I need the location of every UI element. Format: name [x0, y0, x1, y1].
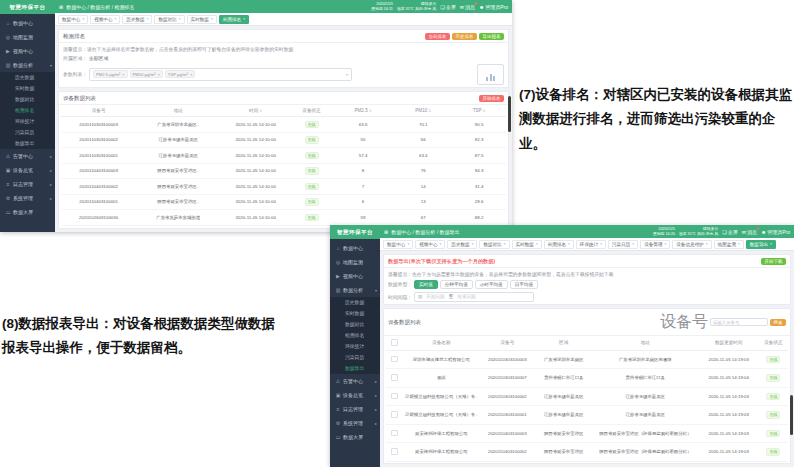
- sidebar-subitem[interactable]: 数据对比: [0, 94, 55, 105]
- 历史排名-button[interactable]: 历史排名: [452, 33, 477, 40]
- user-menu[interactable]: 管理员Pro: [479, 4, 508, 10]
- table-cell: 63.4: [394, 148, 452, 164]
- table-cell: 在线: [291, 117, 332, 133]
- start-date-placeholder: 开始日期: [426, 294, 444, 299]
- tab[interactable]: 污染日历: [608, 240, 638, 249]
- row-checkbox[interactable]: [391, 411, 398, 418]
- messages-control[interactable]: 消息: [460, 4, 475, 10]
- data-type-chip[interactable]: 分钟平均值: [440, 280, 473, 289]
- chart-view-button[interactable]: [477, 64, 504, 85]
- sidebar-item[interactable]: ▣设备总览▸: [0, 163, 55, 177]
- sidebar-subitem[interactable]: 数据对比: [330, 319, 380, 330]
- select-all-checkbox[interactable]: [391, 339, 398, 346]
- sidebar-item[interactable]: ⌂数据中心: [0, 16, 55, 30]
- sidebar-item[interactable]: ⚙系统管理▸: [330, 416, 380, 430]
- start-download-button[interactable]: 开始下载: [761, 258, 786, 265]
- row-checkbox[interactable]: [391, 374, 398, 381]
- column-header[interactable]: PM10: [394, 105, 452, 117]
- fullscreen-control[interactable]: 全屏: [722, 229, 737, 235]
- column-header[interactable]: PM2.5: [332, 105, 394, 117]
- row-checkbox[interactable]: [391, 356, 398, 363]
- tab-bar: 数据中心视频中心历史数据数据对比实时数据检测排名环保统计污染日历设备管理设备信息…: [380, 238, 794, 251]
- tab[interactable]: 数据对比: [479, 240, 509, 249]
- tab[interactable]: 视频中心: [415, 240, 445, 249]
- tab[interactable]: 检测排名: [544, 240, 574, 249]
- sidebar-subitem[interactable]: 实时数据: [0, 83, 55, 94]
- tab[interactable]: 数据中心: [58, 15, 88, 24]
- tab[interactable]: 历史数据: [122, 15, 152, 24]
- sidebar-subitem[interactable]: 环保统计: [0, 116, 55, 127]
- date-range-picker[interactable]: 开始日期 至 结束日期: [414, 292, 534, 302]
- sidebar-subitem[interactable]: 历史数据: [0, 72, 55, 83]
- tab[interactable]: 设备信息维护: [672, 240, 711, 249]
- tab[interactable]: 数据中心: [383, 240, 413, 249]
- tab[interactable]: 环保统计: [576, 240, 606, 249]
- row-checkbox[interactable]: [391, 448, 398, 455]
- device-id-search-input[interactable]: [710, 318, 768, 326]
- data-type-chip[interactable]: 小时平均值: [475, 280, 508, 289]
- tab[interactable]: 地图监测: [714, 240, 744, 249]
- sidebar-item[interactable]: ◎地图监测: [330, 255, 380, 269]
- param-tag[interactable]: PM2.5 μg/m³: [93, 70, 128, 78]
- messages-control[interactable]: 消息: [742, 229, 757, 235]
- column-header[interactable]: 时间: [220, 105, 291, 117]
- param-tag[interactable]: TSP μg/m³: [165, 70, 195, 78]
- row-checkbox[interactable]: [391, 393, 398, 400]
- sidebar-subitem[interactable]: 检测排名: [330, 330, 380, 341]
- device-icon: ▣: [335, 392, 341, 398]
- tab[interactable]: 实时数据: [512, 240, 542, 249]
- tab[interactable]: 数据导出: [746, 240, 776, 249]
- sidebar-subitem[interactable]: 污染日历: [0, 127, 55, 138]
- 导出报表-button[interactable]: 导出报表: [479, 33, 504, 40]
- sidebar-item[interactable]: ⌂数据中心: [330, 241, 380, 255]
- data-type-chip[interactable]: 日平均值: [510, 280, 538, 289]
- sidebar-subitem[interactable]: 数据导出: [330, 363, 380, 374]
- table-cell: 在线: [759, 369, 788, 388]
- sidebar-item[interactable]: ≡日志管理▸: [0, 177, 55, 191]
- search-button[interactable]: 搜索: [770, 319, 786, 326]
- sidebar-subitem[interactable]: 历史数据: [330, 297, 380, 308]
- collapse-menu-icon[interactable]: [384, 229, 388, 235]
- param-tag[interactable]: PM10 μg/m³: [130, 70, 163, 78]
- tab[interactable]: 检测排名: [219, 15, 249, 24]
- start-ranking-button[interactable]: 开始排名: [479, 95, 504, 102]
- tab[interactable]: 数据对比: [154, 15, 184, 24]
- data-type-chip[interactable]: 实时值: [414, 280, 438, 289]
- column-header[interactable]: TSP: [452, 105, 506, 117]
- sidebar-subitem[interactable]: 环保统计: [330, 341, 380, 352]
- sidebar-item[interactable]: ⚙系统管理▸: [0, 191, 55, 205]
- fullscreen-control[interactable]: 全屏: [440, 4, 455, 10]
- collapse-menu-icon[interactable]: [59, 4, 63, 10]
- tab[interactable]: 设备管理: [640, 240, 670, 249]
- param-multiselect[interactable]: PM2.5 μg/m³PM10 μg/m³TSP μg/m³: [89, 68, 352, 81]
- scrollbar-thumb[interactable]: [790, 395, 793, 435]
- sidebar-subitem[interactable]: 污染日历: [330, 352, 380, 363]
- table-row: 2020110303100002江苏省无锡市新吴区2020-11-05 14:1…: [61, 132, 506, 148]
- sidebar-item[interactable]: ≡日志管理▸: [330, 402, 380, 416]
- sidebar-item[interactable]: ▭数据大屏: [330, 430, 380, 444]
- sidebar-item[interactable]: ▭数据大屏: [0, 205, 55, 219]
- sidebar-item[interactable]: ▥数据分析▾: [330, 283, 380, 297]
- scrollbar-thumb[interactable]: [508, 96, 511, 132]
- chevron-icon: ▸: [50, 182, 52, 187]
- sidebar-item[interactable]: ▥数据分析▾: [0, 58, 55, 72]
- 当前排名-button[interactable]: 当前排名: [425, 33, 450, 40]
- sidebar-item[interactable]: ▣设备总览▸: [330, 388, 380, 402]
- sidebar-item-label: 系统管理: [343, 420, 363, 426]
- tab[interactable]: 视频中心: [90, 15, 120, 24]
- chevron-icon: ▸: [50, 168, 52, 173]
- user-menu[interactable]: 管理员Pro: [761, 229, 790, 235]
- table-cell: 59: [332, 210, 394, 226]
- tab[interactable]: 历史数据: [447, 240, 477, 249]
- sidebar-item[interactable]: ▶视频中心: [0, 44, 55, 58]
- sidebar-item[interactable]: ⚠告警中心▸: [0, 149, 55, 163]
- sidebar-item[interactable]: ⚠告警中心▸: [330, 374, 380, 388]
- sidebar-subitem[interactable]: 检测排名: [0, 105, 55, 116]
- sidebar-subitem[interactable]: 数据导出: [0, 138, 55, 149]
- tab[interactable]: 实时数据: [187, 15, 217, 24]
- sidebar-subitem[interactable]: 实时数据: [330, 308, 380, 319]
- row-checkbox[interactable]: [391, 430, 398, 437]
- sidebar-item[interactable]: ◎地图监测: [0, 30, 55, 44]
- sidebar-item[interactable]: ▶视频中心: [330, 269, 380, 283]
- end-date-placeholder: 结束日期: [457, 294, 475, 299]
